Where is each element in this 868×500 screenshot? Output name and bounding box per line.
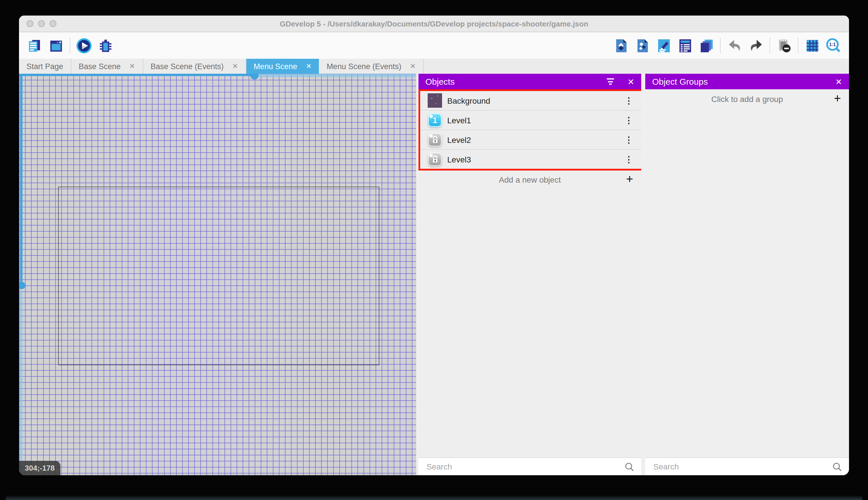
objects-editor-icon[interactable]: [613, 37, 629, 54]
vertical-scrollbar-knob[interactable]: [19, 282, 25, 289]
kebab-menu-icon[interactable]: ⋮: [624, 96, 633, 105]
close-window-button[interactable]: [26, 20, 33, 27]
tab-menu-scene-events[interactable]: Menu Scene (Events) ✕: [319, 59, 424, 74]
zoom-ratio-icon[interactable]: 1:1: [825, 37, 842, 54]
vertical-scrollbar-track[interactable]: [20, 290, 22, 475]
svg-text:1:1: 1:1: [829, 42, 836, 47]
undo-icon[interactable]: [726, 37, 742, 54]
desktop: GDevelop 5 - /Users/dkarakay/Documents/G…: [0, 0, 868, 500]
close-tab-icon[interactable]: ✕: [129, 62, 135, 70]
traffic-lights: [26, 20, 56, 27]
add-group-button[interactable]: Click to add a group +: [645, 89, 849, 108]
filter-icon[interactable]: [606, 78, 615, 85]
objects-list-highlighted: Background ⋮ 1 Level1 ⋮: [419, 89, 644, 171]
tab-base-scene[interactable]: Base Scene ✕: [71, 59, 143, 74]
plus-icon: +: [626, 172, 633, 186]
object-row-level3[interactable]: Level3 ⋮: [420, 150, 642, 169]
vertical-scrollbar-fill[interactable]: [20, 74, 22, 286]
object-groups-panel-header: Object Groups ✕: [645, 74, 849, 89]
object-groups-panel-title: Object Groups: [652, 77, 708, 87]
groups-panel-empty-area: [645, 108, 849, 457]
toolbar-separator: [70, 37, 70, 54]
toolbar-separator: [798, 37, 798, 54]
main-toolbar: 1:1: [19, 32, 849, 59]
object-row-level2[interactable]: Level2 ⋮: [420, 130, 642, 150]
kebab-menu-icon[interactable]: ⋮: [624, 155, 633, 163]
horizontal-scrollbar-knob[interactable]: [250, 74, 258, 79]
panel-divider[interactable]: [416, 74, 419, 475]
toolbar-separator: [720, 37, 721, 54]
add-new-object-button[interactable]: Add a new object +: [419, 171, 641, 189]
search-icon: [832, 462, 842, 471]
properties-icon[interactable]: [656, 37, 672, 54]
grid-icon[interactable]: [804, 37, 820, 54]
horizontal-scrollbar-track[interactable]: [258, 74, 416, 77]
object-row-level1[interactable]: 1 Level1 ⋮: [420, 111, 642, 130]
scene-window-border: [58, 186, 379, 365]
debug-icon[interactable]: [97, 37, 114, 54]
objects-panel-empty-area: [419, 189, 641, 457]
objects-search-bar: [419, 457, 641, 475]
play-icon[interactable]: [76, 37, 92, 54]
close-tab-icon[interactable]: ✕: [306, 62, 312, 70]
editor-tabs: Start Page Base Scene ✕ Base Scene (Even…: [19, 59, 849, 74]
search-icon: [624, 462, 634, 471]
kebab-menu-icon[interactable]: ⋮: [624, 116, 633, 124]
desktop-edge-glow: [6, 495, 862, 500]
tab-base-scene-events[interactable]: Base Scene (Events) ✕: [143, 59, 246, 74]
close-icon[interactable]: ✕: [835, 77, 842, 86]
gdevelop-window: GDevelop 5 - /Users/dkarakay/Documents/G…: [19, 15, 849, 475]
window-title: GDevelop 5 - /Users/dkarakay/Documents/G…: [280, 19, 588, 28]
window-mask-icon[interactable]: [776, 37, 792, 54]
start-page-icon[interactable]: [48, 37, 64, 54]
tab-start-page[interactable]: Start Page: [19, 59, 71, 74]
locked-button-thumbnail: [428, 133, 442, 147]
instances-editor-icon[interactable]: [634, 37, 650, 54]
kebab-menu-icon[interactable]: ⋮: [624, 135, 633, 144]
maximize-window-button[interactable]: [49, 20, 56, 27]
toolbar-separator: [770, 37, 770, 54]
scene-canvas[interactable]: 304;-178: [19, 74, 416, 475]
instances-list-icon[interactable]: [677, 37, 693, 54]
objects-search-input[interactable]: [425, 462, 624, 472]
groups-search-input[interactable]: [652, 462, 832, 472]
locked-button-thumbnail: [428, 152, 442, 167]
close-tab-icon[interactable]: ✕: [410, 62, 416, 70]
project-manager-icon[interactable]: [26, 37, 43, 54]
object-row-background[interactable]: Background ⋮: [420, 91, 642, 111]
plus-icon: +: [834, 91, 841, 105]
close-tab-icon[interactable]: ✕: [232, 62, 238, 70]
layers-icon[interactable]: [698, 37, 714, 54]
redo-icon[interactable]: [748, 37, 764, 54]
tab-menu-scene[interactable]: Menu Scene ✕: [246, 59, 319, 74]
cursor-coordinates-badge: 304;-178: [19, 461, 60, 475]
object-groups-panel: Object Groups ✕ Click to add a group +: [645, 74, 849, 475]
level1-button-thumbnail: 1: [428, 113, 442, 127]
objects-panel-header: Objects ✕: [419, 74, 641, 89]
horizontal-scrollbar-fill[interactable]: [19, 74, 255, 76]
close-icon[interactable]: ✕: [628, 77, 634, 86]
objects-panel-title: Objects: [425, 77, 455, 87]
space-background-thumbnail: [428, 93, 442, 108]
groups-search-bar: [645, 457, 849, 475]
panel-divider[interactable]: [641, 74, 645, 475]
title-bar: GDevelop 5 - /Users/dkarakay/Documents/G…: [19, 15, 849, 32]
minimize-window-button[interactable]: [38, 20, 45, 27]
objects-panel: Objects ✕ Background ⋮ 1 Level1 ⋮: [419, 74, 641, 475]
